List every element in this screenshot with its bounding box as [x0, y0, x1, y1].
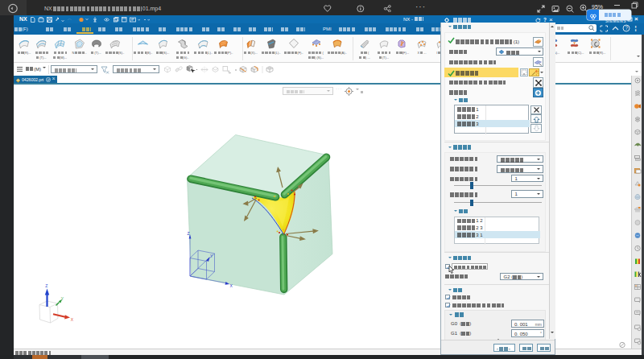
svg-text:X: X [71, 317, 74, 322]
svg-text:Z: Z [188, 231, 190, 236]
svg-text:?: ? [625, 25, 628, 31]
svg-text:Z: Z [45, 283, 47, 288]
svg-text:Y: Y [61, 296, 64, 301]
